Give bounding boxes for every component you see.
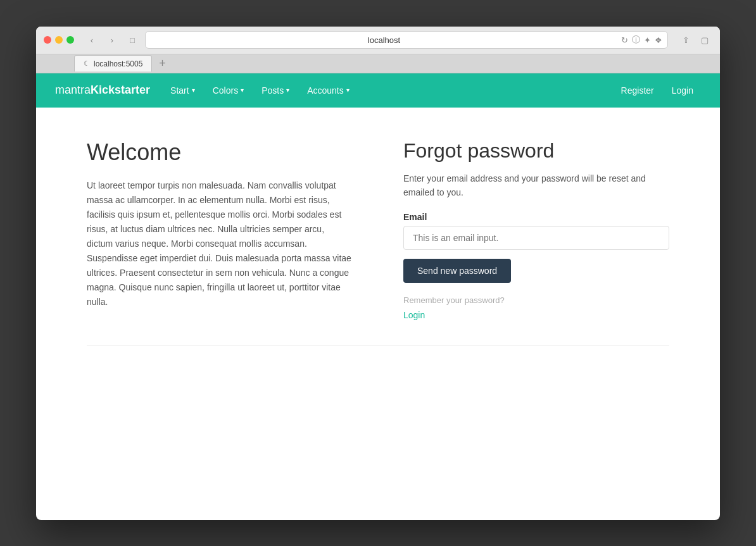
forgot-password-section: Forgot password Enter your email address… xyxy=(403,139,669,321)
pocket-icon[interactable]: ❖ xyxy=(655,35,662,45)
refresh-icon[interactable]: ↻ xyxy=(621,35,628,45)
page-divider xyxy=(87,345,669,346)
new-window-button[interactable]: ▢ xyxy=(697,32,712,47)
nav-login-link[interactable]: Login xyxy=(664,82,701,99)
back-button[interactable]: ‹ xyxy=(84,32,99,47)
welcome-section: Welcome Ut laoreet tempor turpis non mal… xyxy=(87,139,353,321)
posts-caret-icon: ▾ xyxy=(286,87,289,94)
accounts-caret-icon: ▾ xyxy=(346,87,350,94)
colors-caret-icon: ▾ xyxy=(241,87,244,94)
navbar: mantraKickstarter Start ▾ Colors ▾ Posts… xyxy=(36,73,720,108)
active-tab[interactable]: ☾ localhost:5005 xyxy=(74,55,152,71)
maximize-button[interactable] xyxy=(66,36,74,44)
send-new-password-button[interactable]: Send new password xyxy=(403,259,511,283)
welcome-title: Welcome xyxy=(87,139,353,166)
extensions-icon[interactable]: ✦ xyxy=(644,35,651,45)
navbar-nav: Start ▾ Colors ▾ Posts ▾ Accounts ▾ xyxy=(163,82,614,99)
brand-part1: mantra xyxy=(55,84,91,96)
nav-register-link[interactable]: Register xyxy=(614,82,662,99)
nav-item-accounts[interactable]: Accounts ▾ xyxy=(299,82,357,99)
email-input[interactable] xyxy=(403,226,669,250)
brand-part2: Kickstarter xyxy=(91,84,150,96)
tab-favicon: ☾ xyxy=(84,59,90,68)
navbar-right: Register Login xyxy=(614,82,701,99)
new-tab-button[interactable]: + xyxy=(154,56,170,71)
brand-link[interactable]: mantraKickstarter xyxy=(55,84,150,97)
share-button[interactable]: ⇧ xyxy=(678,32,693,47)
remember-password-text: Remember your password? xyxy=(403,295,669,305)
content-row: Welcome Ut laoreet tempor turpis non mal… xyxy=(87,139,669,321)
nav-item-start[interactable]: Start ▾ xyxy=(163,82,203,99)
url-input[interactable] xyxy=(151,35,617,45)
forgot-title: Forgot password xyxy=(403,139,669,163)
forgot-description: Enter your email address and your passwo… xyxy=(403,171,669,200)
login-link[interactable]: Login xyxy=(403,310,669,320)
nav-item-posts[interactable]: Posts ▾ xyxy=(254,82,297,99)
sidebar-button[interactable]: □ xyxy=(125,32,140,47)
traffic-lights xyxy=(44,36,74,44)
email-label: Email xyxy=(403,212,669,222)
url-bar-icons: ↻ ⓘ ✦ ❖ xyxy=(621,34,662,46)
tab-label: localhost:5005 xyxy=(94,59,142,68)
forward-button[interactable]: › xyxy=(104,32,120,47)
nav-item-colors[interactable]: Colors ▾ xyxy=(205,82,251,99)
browser-window: ‹ › □ ↻ ⓘ ✦ ❖ ⇧ ▢ ☾ localhost:5005 + man… xyxy=(36,27,720,520)
browser-tabbar: ☾ localhost:5005 + xyxy=(36,54,720,73)
close-button[interactable] xyxy=(44,36,51,44)
start-caret-icon: ▾ xyxy=(192,87,195,94)
url-bar-container: ↻ ⓘ ✦ ❖ xyxy=(145,31,668,49)
welcome-body: Ut laoreet tempor turpis non malesuada. … xyxy=(87,178,353,310)
info-icon[interactable]: ⓘ xyxy=(632,34,640,46)
browser-titlebar: ‹ › □ ↻ ⓘ ✦ ❖ ⇧ ▢ xyxy=(36,27,720,54)
minimize-button[interactable] xyxy=(55,36,63,44)
main-content: Welcome Ut laoreet tempor turpis non mal… xyxy=(36,108,720,372)
browser-toolbar-right: ⇧ ▢ xyxy=(678,32,712,47)
